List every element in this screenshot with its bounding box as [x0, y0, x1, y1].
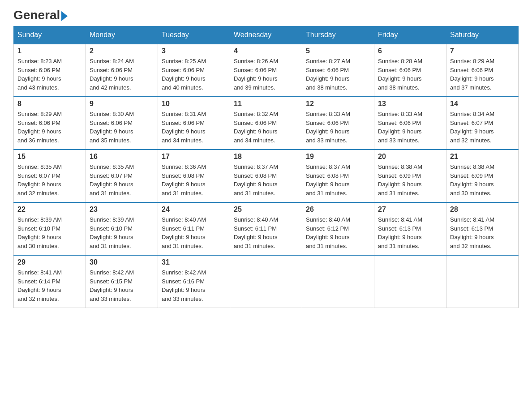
day-cell-18: 18Sunrise: 8:37 AMSunset: 6:08 PMDayligh…	[230, 150, 302, 202]
day-info: Sunrise: 8:25 AMSunset: 6:06 PMDaylight:…	[162, 57, 226, 92]
day-cell-23: 23Sunrise: 8:39 AMSunset: 6:10 PMDayligh…	[86, 202, 158, 255]
day-number: 23	[90, 206, 154, 214]
column-header-wednesday: Wednesday	[230, 26, 302, 44]
day-cell-1: 1Sunrise: 8:23 AMSunset: 6:06 PMDaylight…	[14, 44, 86, 97]
day-number: 12	[306, 100, 370, 108]
empty-cell	[302, 255, 374, 308]
day-cell-3: 3Sunrise: 8:25 AMSunset: 6:06 PMDaylight…	[158, 44, 230, 97]
day-number: 31	[162, 258, 226, 266]
day-number: 2	[90, 47, 154, 55]
day-info: Sunrise: 8:41 AMSunset: 6:13 PMDaylight:…	[450, 215, 515, 250]
column-header-tuesday: Tuesday	[158, 26, 230, 44]
day-info: Sunrise: 8:40 AMSunset: 6:12 PMDaylight:…	[306, 215, 370, 250]
empty-cell	[230, 255, 302, 308]
day-number: 19	[306, 153, 370, 161]
day-info: Sunrise: 8:23 AMSunset: 6:06 PMDaylight:…	[17, 57, 82, 92]
day-cell-22: 22Sunrise: 8:39 AMSunset: 6:10 PMDayligh…	[14, 202, 86, 255]
day-cell-8: 8Sunrise: 8:29 AMSunset: 6:06 PMDaylight…	[14, 97, 86, 150]
day-cell-7: 7Sunrise: 8:29 AMSunset: 6:06 PMDaylight…	[446, 44, 519, 97]
day-number: 9	[90, 100, 154, 108]
day-info: Sunrise: 8:34 AMSunset: 6:07 PMDaylight:…	[450, 110, 515, 145]
day-number: 17	[162, 153, 226, 161]
day-number: 15	[17, 153, 82, 161]
day-cell-20: 20Sunrise: 8:38 AMSunset: 6:09 PMDayligh…	[374, 150, 446, 202]
day-info: Sunrise: 8:41 AMSunset: 6:13 PMDaylight:…	[378, 215, 442, 250]
day-number: 25	[234, 206, 298, 214]
logo-line1: General	[13, 9, 68, 21]
day-number: 18	[234, 153, 298, 161]
day-info: Sunrise: 8:40 AMSunset: 6:11 PMDaylight:…	[234, 215, 298, 250]
column-header-sunday: Sunday	[14, 26, 86, 44]
day-info: Sunrise: 8:29 AMSunset: 6:06 PMDaylight:…	[450, 57, 515, 92]
day-number: 11	[234, 100, 298, 108]
calendar-table: SundayMondayTuesdayWednesdayThursdayFrid…	[13, 26, 519, 308]
day-info: Sunrise: 8:40 AMSunset: 6:11 PMDaylight:…	[162, 215, 226, 250]
day-info: Sunrise: 8:37 AMSunset: 6:08 PMDaylight:…	[306, 163, 370, 197]
day-number: 10	[162, 100, 226, 108]
week-row-2: 8Sunrise: 8:29 AMSunset: 6:06 PMDaylight…	[14, 97, 519, 150]
day-number: 30	[90, 258, 154, 266]
day-number: 1	[17, 47, 82, 55]
day-number: 5	[306, 47, 370, 55]
day-info: Sunrise: 8:32 AMSunset: 6:06 PMDaylight:…	[234, 110, 298, 145]
day-info: Sunrise: 8:36 AMSunset: 6:08 PMDaylight:…	[162, 163, 226, 197]
column-header-friday: Friday	[374, 26, 446, 44]
page-header: General	[13, 9, 519, 21]
day-info: Sunrise: 8:33 AMSunset: 6:06 PMDaylight:…	[378, 110, 442, 145]
day-info: Sunrise: 8:35 AMSunset: 6:07 PMDaylight:…	[17, 163, 82, 197]
day-info: Sunrise: 8:28 AMSunset: 6:06 PMDaylight:…	[378, 57, 442, 92]
calendar-header-row: SundayMondayTuesdayWednesdayThursdayFrid…	[14, 26, 519, 44]
logo: General	[13, 9, 68, 21]
day-cell-21: 21Sunrise: 8:38 AMSunset: 6:09 PMDayligh…	[446, 150, 519, 202]
empty-cell	[374, 255, 446, 308]
week-row-3: 15Sunrise: 8:35 AMSunset: 6:07 PMDayligh…	[14, 150, 519, 202]
day-info: Sunrise: 8:24 AMSunset: 6:06 PMDaylight:…	[90, 57, 154, 92]
day-cell-27: 27Sunrise: 8:41 AMSunset: 6:13 PMDayligh…	[374, 202, 446, 255]
day-number: 27	[378, 206, 442, 214]
day-cell-25: 25Sunrise: 8:40 AMSunset: 6:11 PMDayligh…	[230, 202, 302, 255]
column-header-saturday: Saturday	[446, 26, 519, 44]
day-info: Sunrise: 8:38 AMSunset: 6:09 PMDaylight:…	[450, 163, 515, 197]
day-cell-24: 24Sunrise: 8:40 AMSunset: 6:11 PMDayligh…	[158, 202, 230, 255]
day-number: 14	[450, 100, 515, 108]
day-cell-15: 15Sunrise: 8:35 AMSunset: 6:07 PMDayligh…	[14, 150, 86, 202]
day-info: Sunrise: 8:39 AMSunset: 6:10 PMDaylight:…	[90, 215, 154, 250]
day-info: Sunrise: 8:42 AMSunset: 6:15 PMDaylight:…	[90, 268, 154, 303]
day-info: Sunrise: 8:42 AMSunset: 6:16 PMDaylight:…	[162, 268, 226, 303]
week-row-1: 1Sunrise: 8:23 AMSunset: 6:06 PMDaylight…	[14, 44, 519, 97]
day-cell-26: 26Sunrise: 8:40 AMSunset: 6:12 PMDayligh…	[302, 202, 374, 255]
day-cell-2: 2Sunrise: 8:24 AMSunset: 6:06 PMDaylight…	[86, 44, 158, 97]
day-number: 20	[378, 153, 442, 161]
week-row-5: 29Sunrise: 8:41 AMSunset: 6:14 PMDayligh…	[14, 255, 519, 308]
day-number: 13	[378, 100, 442, 108]
day-info: Sunrise: 8:38 AMSunset: 6:09 PMDaylight:…	[378, 163, 442, 197]
day-cell-14: 14Sunrise: 8:34 AMSunset: 6:07 PMDayligh…	[446, 97, 519, 150]
day-info: Sunrise: 8:31 AMSunset: 6:06 PMDaylight:…	[162, 110, 226, 145]
day-info: Sunrise: 8:27 AMSunset: 6:06 PMDaylight:…	[306, 57, 370, 92]
day-cell-29: 29Sunrise: 8:41 AMSunset: 6:14 PMDayligh…	[14, 255, 86, 308]
day-number: 22	[17, 206, 82, 214]
day-cell-5: 5Sunrise: 8:27 AMSunset: 6:06 PMDaylight…	[302, 44, 374, 97]
day-number: 4	[234, 47, 298, 55]
day-info: Sunrise: 8:39 AMSunset: 6:10 PMDaylight:…	[17, 215, 82, 250]
day-number: 29	[17, 258, 82, 266]
day-number: 24	[162, 206, 226, 214]
day-number: 7	[450, 47, 515, 55]
day-cell-9: 9Sunrise: 8:30 AMSunset: 6:06 PMDaylight…	[86, 97, 158, 150]
day-info: Sunrise: 8:30 AMSunset: 6:06 PMDaylight:…	[90, 110, 154, 145]
day-number: 28	[450, 206, 515, 214]
day-cell-17: 17Sunrise: 8:36 AMSunset: 6:08 PMDayligh…	[158, 150, 230, 202]
day-cell-13: 13Sunrise: 8:33 AMSunset: 6:06 PMDayligh…	[374, 97, 446, 150]
day-cell-10: 10Sunrise: 8:31 AMSunset: 6:06 PMDayligh…	[158, 97, 230, 150]
day-cell-16: 16Sunrise: 8:35 AMSunset: 6:07 PMDayligh…	[86, 150, 158, 202]
empty-cell	[446, 255, 519, 308]
day-info: Sunrise: 8:37 AMSunset: 6:08 PMDaylight:…	[234, 163, 298, 197]
day-info: Sunrise: 8:33 AMSunset: 6:06 PMDaylight:…	[306, 110, 370, 145]
day-cell-6: 6Sunrise: 8:28 AMSunset: 6:06 PMDaylight…	[374, 44, 446, 97]
column-header-thursday: Thursday	[302, 26, 374, 44]
day-cell-19: 19Sunrise: 8:37 AMSunset: 6:08 PMDayligh…	[302, 150, 374, 202]
day-cell-11: 11Sunrise: 8:32 AMSunset: 6:06 PMDayligh…	[230, 97, 302, 150]
day-number: 8	[17, 100, 82, 108]
day-number: 21	[450, 153, 515, 161]
day-cell-4: 4Sunrise: 8:26 AMSunset: 6:06 PMDaylight…	[230, 44, 302, 97]
